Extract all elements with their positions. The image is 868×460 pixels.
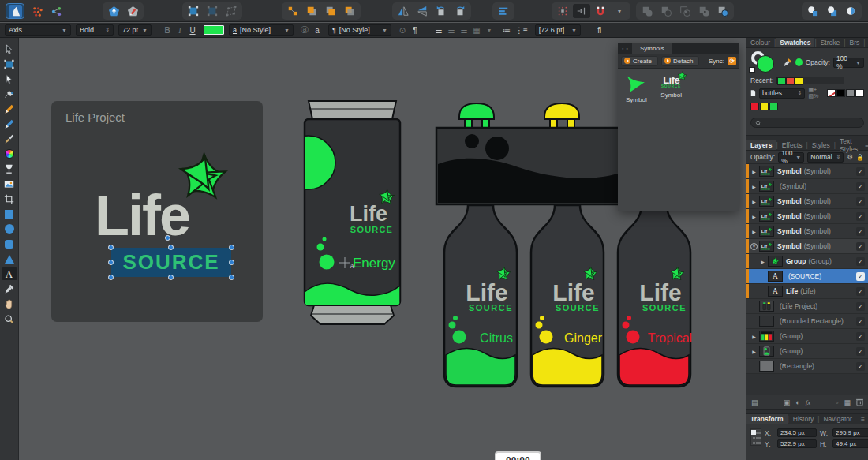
layer-visibility-checkbox[interactable]: ✓ [856, 272, 865, 281]
align-center-button[interactable]: ☰ [445, 24, 458, 36]
tab-navigator[interactable]: Navigator [819, 414, 855, 424]
x-input[interactable]: 234.5 px [777, 428, 817, 437]
align-justify-button[interactable]: ▦ [470, 24, 483, 36]
opacity-select[interactable]: 100 %▼ [833, 58, 864, 68]
palette-select[interactable]: bottles⇕ [759, 88, 806, 99]
tab-stroke[interactable]: Stroke [817, 38, 844, 47]
layer-visibility-checkbox[interactable]: ✓ [856, 227, 865, 236]
h-input[interactable]: 49.4 px [832, 439, 868, 448]
triangle-tool-icon[interactable] [2, 252, 17, 265]
snapping-magnet-icon[interactable] [592, 4, 609, 18]
selected-text-source[interactable]: SOURCE [111, 248, 231, 277]
transparency-tool-icon[interactable] [2, 163, 17, 175]
pencil-badge-icon[interactable] [124, 4, 141, 18]
colour-picker-tool-icon[interactable] [2, 282, 17, 295]
insert-behind-icon[interactable] [842, 4, 859, 18]
snapping-caret-icon[interactable]: ▾ [611, 4, 628, 18]
layer-visibility-checkbox[interactable]: ✓ [856, 317, 865, 326]
snap-grid-icon[interactable] [554, 4, 571, 18]
layer-thumbnail[interactable]: LifSOURCE [759, 211, 774, 222]
swatch-chip[interactable] [769, 103, 778, 110]
leading-select[interactable]: [72.6 pt]▼ [535, 24, 581, 36]
panel-dot-icon[interactable]: ◦ [622, 46, 623, 51]
view-tool-icon[interactable] [2, 297, 17, 310]
mask-icon[interactable]: ▣ [784, 398, 791, 406]
layer-thumbnail[interactable] [759, 301, 774, 312]
layer-row-group[interactable]: ▶Group(Group)✓ [746, 254, 868, 269]
layer-lock-icon[interactable]: 🔒 [856, 154, 864, 161]
edit-all-layers-icon[interactable] [185, 4, 202, 18]
bullet-list-button[interactable]: ≔ [500, 24, 513, 36]
layer-row-symbol[interactable]: ▶LifSOURCESymbol(Symbol)✓ [746, 194, 868, 209]
move-tool-icon[interactable] [2, 43, 17, 55]
tab-apr[interactable]: Apr [865, 38, 868, 47]
layer-visibility-checkbox[interactable]: ✓ [856, 362, 865, 371]
adjustment-icon[interactable]: ◐ [795, 398, 799, 406]
text-colour-swatch[interactable] [204, 25, 224, 35]
anchor-point-selector[interactable] [750, 428, 761, 446]
tab-transform[interactable]: Transform [746, 414, 788, 424]
layer-thumbnail[interactable]: LifSOURCE [759, 196, 774, 207]
layer-row-symbol[interactable]: ▶LifSOURCESymbol(Symbol)✓ [746, 224, 868, 239]
w-input[interactable]: 295.9 px [832, 428, 868, 437]
boolean-divide-icon[interactable] [714, 4, 731, 18]
alignment-caret[interactable]: ▼ [483, 24, 496, 36]
selection-handle[interactable] [168, 275, 174, 280]
swatch-chip[interactable] [836, 89, 845, 97]
collapse-layer-icon[interactable]: ▼ [750, 243, 758, 250]
transform-mode-icon[interactable] [223, 4, 240, 18]
pixel-persona-icon[interactable] [28, 4, 46, 18]
layers-opacity-select[interactable]: 100 %▼ [778, 152, 804, 163]
rectangle-tool-icon[interactable] [2, 208, 17, 220]
ligatures-button[interactable]: fi [593, 24, 606, 36]
pencil-tool-icon[interactable] [2, 103, 17, 115]
insert-replace-icon[interactable] [804, 4, 821, 18]
layer-row-symbol[interactable]: ▼LifSOURCESymbol(Symbol)✓ [746, 239, 868, 254]
layer-visibility-checkbox[interactable]: ✓ [856, 242, 865, 251]
blend-mode-select[interactable]: Normal⇕ [807, 152, 844, 163]
tab-brs[interactable]: Brs [846, 38, 864, 47]
layer-visibility-checkbox[interactable]: ✓ [856, 287, 865, 296]
tab-styles[interactable]: Styles [808, 140, 834, 150]
expand-layer-icon[interactable]: ▶ [750, 334, 758, 339]
snap-move-icon[interactable] [573, 4, 590, 18]
boolean-add-icon[interactable] [638, 4, 656, 18]
node-tool-icon[interactable] [2, 73, 17, 85]
expand-layer-icon[interactable]: ▶ [750, 349, 758, 354]
selection-handle[interactable] [229, 245, 234, 250]
bold-button[interactable]: B [161, 24, 174, 36]
layer-thumbnail[interactable]: LifSOURCE [759, 241, 774, 252]
symbol-item[interactable]: Symbol [626, 75, 647, 111]
layer-row-life-project[interactable]: (Life Project)✓ [746, 299, 868, 314]
delete-layer-icon[interactable] [856, 398, 863, 406]
vector-brush-tool-icon[interactable] [2, 118, 17, 130]
can-artwork[interactable]: Life SOURCE A Energy [302, 98, 402, 327]
layer-settings-gear-icon[interactable]: ⚙ [847, 153, 853, 161]
boolean-xor-icon[interactable] [695, 4, 713, 18]
symbol-item[interactable]: LifeSOURCESymbol [658, 75, 685, 111]
character-style-select[interactable]: a [No Style]▼ [229, 24, 294, 36]
vector-crop-tool-icon[interactable] [2, 193, 17, 205]
layer-row-group[interactable]: ▶(Group)✓ [746, 329, 868, 344]
layer-row-symbol[interactable]: ▶LifSOURCE(Symbol)✓ [746, 179, 868, 194]
tab-menu-icon[interactable]: ≡ [858, 414, 868, 424]
expand-layer-icon[interactable]: ▶ [750, 184, 758, 189]
layer-thumbnail[interactable]: A [768, 286, 783, 297]
ellipse-tool-icon[interactable] [2, 223, 17, 235]
artboard-tool-icon[interactable] [2, 58, 17, 70]
show-paragraph-button[interactable]: ¶ [409, 24, 421, 36]
insert-inside-icon[interactable] [823, 4, 840, 18]
expand-layer-icon[interactable]: ▶ [759, 259, 766, 264]
sync-toggle-icon[interactable]: ⟳ [728, 57, 736, 65]
layer-row-rounded-rectangle[interactable]: (Rounded Rectangle)✓ [746, 314, 868, 329]
tab-swatches[interactable]: Swatches [776, 38, 814, 47]
rounded-rectangle-tool-icon[interactable] [2, 237, 17, 250]
layer-row-life[interactable]: ALife(Life)✓ [746, 284, 868, 299]
tab-layers[interactable]: Layers [746, 140, 776, 150]
layer-thumbnail[interactable]: LifSOURCE [759, 181, 774, 192]
layer-visibility-checkbox[interactable]: ✓ [856, 167, 865, 176]
selection-handle[interactable] [229, 275, 234, 280]
layer-visibility-checkbox[interactable]: ✓ [856, 182, 865, 191]
layer-thumbnail[interactable]: A [768, 271, 783, 282]
arrange-backward-icon[interactable] [322, 4, 339, 18]
